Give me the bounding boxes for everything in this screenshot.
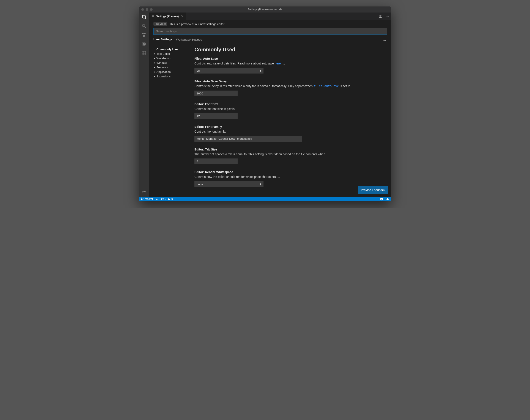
split-editor-icon[interactable] xyxy=(379,14,383,18)
svg-point-6 xyxy=(144,36,144,37)
close-icon[interactable] xyxy=(180,15,184,18)
source-control-icon[interactable] xyxy=(141,32,147,38)
toc-label: Window xyxy=(156,61,167,64)
setting-title: Editor: Font Size xyxy=(194,102,363,106)
svg-rect-11 xyxy=(144,51,146,53)
sync-icon xyxy=(156,197,158,200)
setting-description: Controls how the editor should render wh… xyxy=(194,175,363,179)
select-value: none xyxy=(197,183,203,186)
status-notifications-icon[interactable] xyxy=(386,197,389,200)
setting-description: Controls the delay in ms after which a d… xyxy=(194,84,363,88)
font-size-input[interactable] xyxy=(194,113,238,119)
svg-marker-31 xyxy=(154,67,155,68)
auto-save-delay-input[interactable] xyxy=(194,91,238,96)
more-actions-icon[interactable] xyxy=(385,14,389,18)
svg-point-36 xyxy=(143,198,143,199)
git-branch-icon xyxy=(141,197,144,200)
debug-icon[interactable] xyxy=(141,42,147,47)
maximize-window-button[interactable] xyxy=(150,8,153,11)
close-window-button[interactable] xyxy=(141,8,144,11)
toc-item-application[interactable]: Application xyxy=(153,70,193,74)
svg-point-2 xyxy=(142,24,145,27)
scope-tabs: User Settings Workspace Settings xyxy=(149,37,391,43)
render-whitespace-select[interactable]: none ▲▼ xyxy=(194,181,264,187)
toc-item-commonly-used[interactable]: Commonly Used xyxy=(153,47,193,52)
tab-label: Settings (Preview) xyxy=(156,15,179,18)
chevron-right-icon xyxy=(153,53,156,55)
section-heading: Commonly Used xyxy=(194,47,387,53)
svg-rect-10 xyxy=(142,51,144,53)
chevron-right-icon xyxy=(153,75,156,78)
svg-point-42 xyxy=(382,198,382,199)
font-family-input[interactable] xyxy=(194,136,302,142)
setting-editor-font-size: Editor: Font Size Controls the font size… xyxy=(194,102,363,119)
setting-description: The number of spaces a tab is equal to. … xyxy=(194,152,363,156)
svg-marker-32 xyxy=(154,71,155,73)
svg-point-22 xyxy=(386,16,386,17)
search-input[interactable] xyxy=(153,28,387,35)
search-icon[interactable] xyxy=(141,23,147,28)
toc-item-window[interactable]: Window xyxy=(153,61,193,65)
svg-point-27 xyxy=(385,40,386,41)
autosave-learn-more-link[interactable]: here xyxy=(275,62,281,65)
svg-marker-29 xyxy=(154,57,155,59)
status-problems[interactable]: 0 0 xyxy=(161,197,173,200)
setting-files-auto-save: Files: Auto Save Controls auto save of d… xyxy=(194,57,363,73)
titlebar: Settings (Preview) — vscode xyxy=(139,6,391,13)
svg-rect-1 xyxy=(143,16,146,19)
select-value: off xyxy=(197,69,200,72)
toc-item-text-editor[interactable]: Text Editor xyxy=(153,52,193,56)
tab-size-input[interactable] xyxy=(194,158,238,164)
status-sync[interactable] xyxy=(156,197,158,200)
error-count: 0 xyxy=(165,197,166,200)
auto-save-select[interactable]: off ▲▼ xyxy=(194,68,264,73)
status-feedback-icon[interactable] xyxy=(380,197,383,200)
bell-icon xyxy=(386,197,389,200)
chevron-right-icon xyxy=(153,62,156,64)
code-ref: files.autoSave xyxy=(313,84,339,88)
setting-title: Editor: Font Family xyxy=(194,125,363,128)
toc-label: Application xyxy=(156,70,171,73)
toc-label: Workbench xyxy=(156,57,171,60)
provide-feedback-button[interactable]: Provide Feedback xyxy=(358,186,388,194)
traffic-lights xyxy=(141,8,153,11)
svg-marker-30 xyxy=(154,62,155,64)
settings-toc: Commonly Used Text Editor Workbench xyxy=(149,43,194,197)
toc-item-workbench[interactable]: Workbench xyxy=(153,56,193,61)
extensions-icon[interactable] xyxy=(141,50,147,56)
setting-files-auto-save-delay: Files: Auto Save Delay Controls the dela… xyxy=(194,80,363,96)
toc-label: Features xyxy=(156,66,168,69)
list-icon xyxy=(151,15,154,18)
settings-list: Commonly Used Files: Auto Save Controls … xyxy=(194,43,391,197)
scope-more-icon[interactable] xyxy=(383,39,387,42)
toc-item-features[interactable]: Features xyxy=(153,65,193,70)
svg-point-25 xyxy=(383,40,384,41)
preview-message: This is a preview of our new settings ed… xyxy=(169,22,224,26)
setting-title: Editor: Render Whitespace xyxy=(194,170,363,174)
svg-line-8 xyxy=(143,43,146,45)
toc-label: Text Editor xyxy=(156,52,170,56)
tab-bar: Settings (Preview) xyxy=(149,13,391,20)
warning-icon xyxy=(167,197,170,200)
svg-point-26 xyxy=(384,40,385,41)
settings-gear-icon[interactable] xyxy=(141,189,147,194)
svg-point-35 xyxy=(141,200,142,200)
chevron-right-icon xyxy=(153,66,156,69)
tab-settings-preview[interactable]: Settings (Preview) xyxy=(149,13,186,20)
status-branch[interactable]: master xyxy=(141,197,153,200)
select-caret-icon: ▲▼ xyxy=(259,183,261,185)
svg-point-41 xyxy=(381,198,381,199)
smiley-icon xyxy=(380,197,383,200)
preview-badge: PREVIEW xyxy=(153,22,167,26)
setting-title: Editor: Tab Size xyxy=(194,148,363,151)
svg-point-5 xyxy=(144,33,145,34)
tab-user-settings[interactable]: User Settings xyxy=(153,38,172,43)
setting-title: Files: Auto Save Delay xyxy=(194,80,363,83)
toc-item-extensions[interactable]: Extensions xyxy=(153,74,193,79)
tab-workspace-settings[interactable]: Workspace Settings xyxy=(176,38,202,43)
explorer-icon[interactable] xyxy=(141,14,147,19)
svg-point-40 xyxy=(380,198,383,200)
chevron-right-icon xyxy=(153,57,156,59)
minimize-window-button[interactable] xyxy=(146,8,148,11)
chevron-right-icon xyxy=(153,71,156,73)
